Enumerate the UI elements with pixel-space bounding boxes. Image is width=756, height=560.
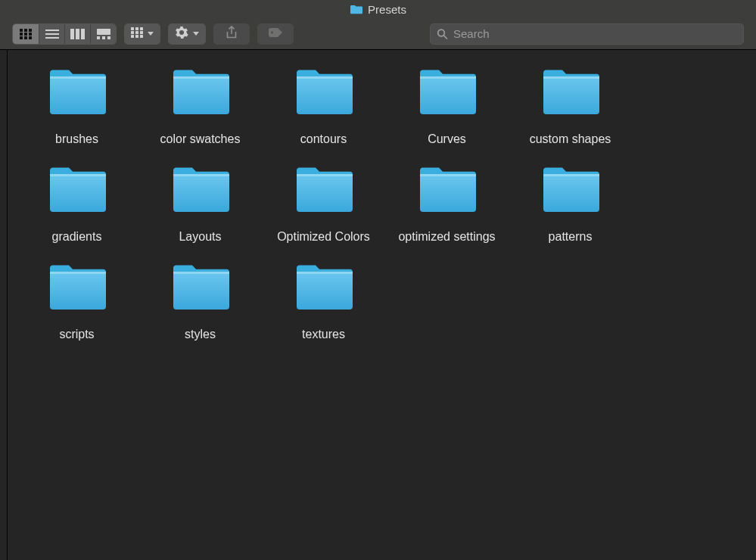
folder-icon bbox=[170, 68, 231, 119]
folder-label: color swatches bbox=[160, 131, 241, 148]
svg-rect-7 bbox=[24, 36, 27, 39]
svg-rect-9 bbox=[45, 30, 59, 31]
folder-label: styles bbox=[185, 326, 216, 343]
svg-rect-55 bbox=[297, 272, 353, 310]
svg-rect-36 bbox=[297, 76, 353, 79]
folder-label: textures bbox=[302, 326, 345, 343]
folder-item-brushes[interactable]: brushes bbox=[15, 65, 138, 148]
svg-rect-49 bbox=[543, 174, 599, 212]
folder-grid: brushes color swatches bbox=[8, 50, 756, 560]
folder-icon bbox=[294, 263, 354, 314]
finder-window: Presets bbox=[0, 0, 756, 560]
svg-rect-6 bbox=[20, 36, 23, 39]
svg-rect-2 bbox=[29, 29, 32, 32]
folder-label: Layouts bbox=[179, 229, 221, 245]
svg-rect-20 bbox=[135, 27, 138, 30]
folder-icon bbox=[350, 4, 363, 14]
svg-rect-0 bbox=[20, 29, 23, 32]
tags-button[interactable] bbox=[257, 23, 294, 45]
svg-rect-35 bbox=[297, 76, 353, 114]
svg-rect-38 bbox=[420, 76, 476, 79]
grid-icon bbox=[131, 27, 143, 40]
svg-rect-13 bbox=[76, 29, 79, 39]
folder-label: optimized settings bbox=[398, 229, 495, 245]
search-input[interactable] bbox=[453, 27, 737, 40]
folder-item-scripts[interactable]: scripts bbox=[15, 260, 138, 343]
folder-label: custom shapes bbox=[530, 131, 611, 148]
svg-rect-10 bbox=[45, 33, 59, 35]
svg-rect-51 bbox=[50, 272, 106, 310]
folder-icon bbox=[294, 166, 354, 216]
tag-icon bbox=[268, 27, 283, 40]
svg-rect-42 bbox=[50, 174, 106, 176]
svg-point-28 bbox=[271, 32, 273, 34]
svg-rect-17 bbox=[102, 36, 105, 39]
folder-icon bbox=[540, 68, 601, 119]
titlebar: Presets bbox=[0, 0, 756, 18]
svg-rect-33 bbox=[173, 76, 229, 114]
svg-rect-15 bbox=[97, 29, 110, 35]
svg-rect-32 bbox=[50, 76, 106, 79]
icon-view-button[interactable] bbox=[13, 24, 39, 44]
folder-item-layouts[interactable]: Layouts bbox=[138, 163, 262, 245]
folder-icon bbox=[170, 166, 231, 216]
folder-item-textures[interactable]: textures bbox=[262, 260, 385, 343]
svg-rect-12 bbox=[70, 29, 74, 39]
view-mode-group bbox=[12, 23, 117, 45]
folder-item-color-swatches[interactable]: color swatches bbox=[138, 65, 262, 148]
svg-rect-4 bbox=[24, 33, 27, 36]
folder-label: brushes bbox=[55, 131, 98, 148]
svg-rect-53 bbox=[173, 272, 229, 310]
svg-rect-40 bbox=[543, 76, 599, 79]
folder-item-custom-shapes[interactable]: custom shapes bbox=[509, 65, 632, 148]
folder-icon bbox=[47, 166, 107, 216]
svg-rect-47 bbox=[420, 174, 476, 212]
folder-item-patterns[interactable]: patterns bbox=[509, 163, 632, 245]
folder-label: contours bbox=[300, 131, 347, 148]
toolbar bbox=[0, 18, 756, 50]
svg-rect-16 bbox=[97, 36, 100, 39]
svg-rect-19 bbox=[131, 27, 134, 30]
folder-icon bbox=[170, 263, 231, 314]
svg-rect-56 bbox=[297, 272, 353, 274]
svg-rect-22 bbox=[131, 31, 134, 34]
folder-item-contours[interactable]: contours bbox=[262, 65, 385, 148]
svg-rect-52 bbox=[50, 272, 106, 274]
folder-icon bbox=[417, 166, 478, 216]
folder-label: Curves bbox=[428, 131, 466, 148]
folder-item-styles[interactable]: styles bbox=[138, 260, 262, 343]
svg-rect-21 bbox=[140, 27, 143, 30]
svg-rect-27 bbox=[140, 35, 143, 38]
svg-rect-8 bbox=[29, 36, 32, 39]
svg-line-30 bbox=[443, 35, 446, 38]
svg-rect-50 bbox=[543, 174, 599, 176]
folder-icon bbox=[417, 68, 478, 119]
search-field[interactable] bbox=[430, 23, 744, 45]
column-view-button[interactable] bbox=[64, 24, 90, 44]
folder-icon bbox=[294, 68, 354, 119]
folder-item-optimized-colors[interactable]: Optimized Colors bbox=[262, 163, 385, 245]
folder-item-gradients[interactable]: gradients bbox=[15, 163, 138, 245]
action-button[interactable] bbox=[168, 23, 206, 45]
svg-rect-43 bbox=[173, 174, 229, 212]
list-view-button[interactable] bbox=[39, 24, 64, 44]
arrange-button[interactable] bbox=[124, 23, 160, 45]
gallery-view-button[interactable] bbox=[90, 24, 116, 44]
svg-rect-39 bbox=[543, 76, 599, 114]
window-title: Presets bbox=[368, 3, 406, 16]
share-button[interactable] bbox=[213, 23, 250, 45]
folder-item-curves[interactable]: Curves bbox=[385, 65, 509, 148]
share-icon bbox=[226, 26, 238, 42]
svg-rect-11 bbox=[45, 37, 59, 39]
folder-icon bbox=[540, 166, 601, 216]
content-area: brushes color swatches bbox=[0, 50, 756, 560]
folder-item-optimized-settings[interactable]: optimized settings bbox=[385, 163, 509, 245]
svg-rect-14 bbox=[81, 29, 85, 39]
svg-rect-46 bbox=[297, 174, 353, 176]
svg-rect-37 bbox=[420, 76, 476, 114]
svg-rect-5 bbox=[29, 33, 32, 36]
chevron-down-icon bbox=[148, 32, 154, 36]
sidebar-divider[interactable] bbox=[0, 50, 8, 560]
svg-rect-24 bbox=[140, 31, 143, 34]
svg-rect-44 bbox=[173, 174, 229, 176]
